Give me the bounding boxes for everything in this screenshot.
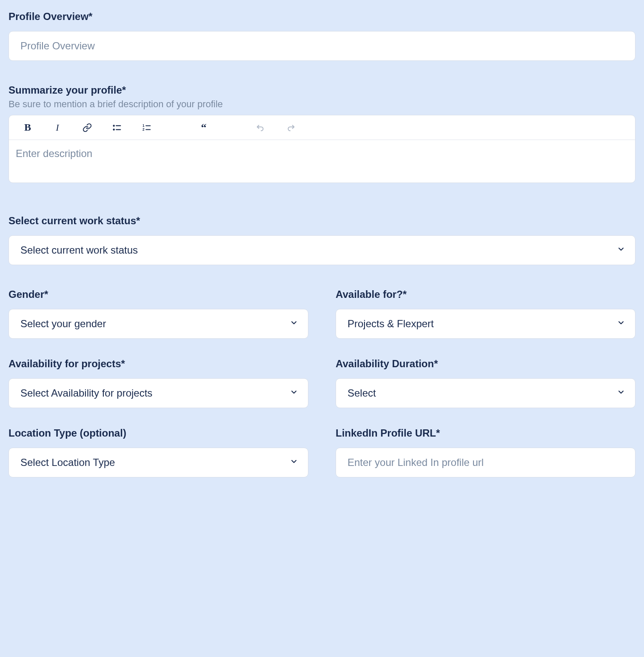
availability-duration-value: Select <box>348 387 376 399</box>
italic-button[interactable]: I <box>51 122 63 134</box>
link-button[interactable] <box>81 122 93 134</box>
redo-button[interactable] <box>285 122 296 134</box>
svg-point-0 <box>114 125 114 126</box>
svg-text:1: 1 <box>142 124 145 128</box>
gender-value: Select your gender <box>20 318 106 330</box>
svg-point-2 <box>114 129 114 130</box>
availability-projects-label: Availability for projects* <box>9 358 308 370</box>
editor-textarea[interactable]: Enter description <box>9 140 635 183</box>
summarize-label: Summarize your profile* <box>9 84 635 96</box>
linkedin-input[interactable] <box>336 448 635 477</box>
gender-label: Gender* <box>9 289 308 300</box>
availability-duration-select[interactable]: Select <box>336 378 635 408</box>
bold-button[interactable]: B <box>22 122 34 134</box>
gender-select[interactable]: Select your gender <box>9 309 308 339</box>
summarize-helper: Be sure to mention a brief description o… <box>9 99 635 110</box>
undo-button[interactable] <box>255 122 267 134</box>
blockquote-button[interactable]: “ <box>198 122 210 134</box>
svg-text:2: 2 <box>142 128 145 131</box>
rich-text-editor: B I 12 “ Enter description <box>9 115 635 183</box>
availability-projects-select[interactable]: Select Availability for projects <box>9 378 308 408</box>
available-for-select[interactable]: Projects & Flexpert <box>336 309 635 339</box>
location-type-value: Select Location Type <box>20 457 115 468</box>
work-status-select[interactable]: Select current work status <box>9 235 635 265</box>
work-status-label: Select current work status* <box>9 215 635 227</box>
bullet-list-button[interactable] <box>111 122 123 134</box>
availability-projects-value: Select Availability for projects <box>20 387 152 399</box>
numbered-list-button[interactable]: 12 <box>141 122 153 134</box>
location-type-label: Location Type (optional) <box>9 427 308 439</box>
availability-duration-label: Availability Duration* <box>336 358 635 370</box>
profile-overview-label: Profile Overview* <box>9 11 635 23</box>
work-status-value: Select current work status <box>20 244 138 256</box>
profile-overview-input[interactable] <box>9 31 635 61</box>
linkedin-label: LinkedIn Profile URL* <box>336 427 635 439</box>
available-for-value: Projects & Flexpert <box>348 318 434 330</box>
available-for-label: Available for?* <box>336 289 635 300</box>
location-type-select[interactable]: Select Location Type <box>9 448 308 477</box>
editor-toolbar: B I 12 “ <box>9 115 635 140</box>
